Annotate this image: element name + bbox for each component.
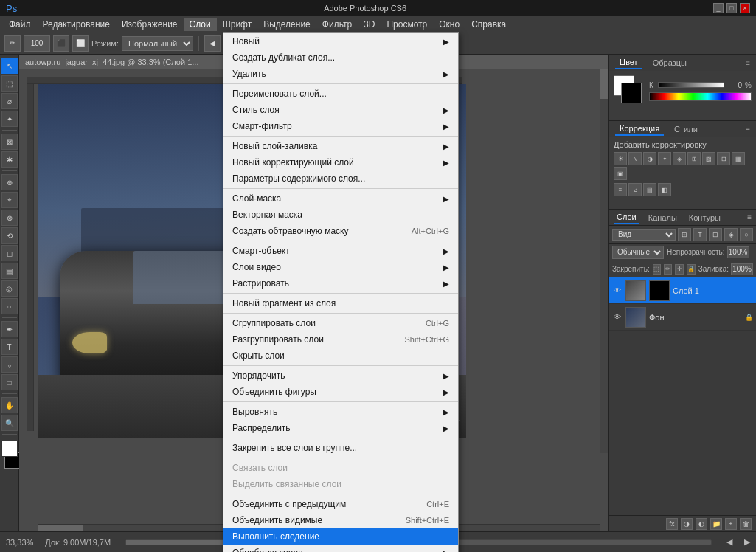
menu-clipping-mask-shortcut: Alt+Ctrl+G bbox=[412, 227, 449, 235]
menu-video-layers-label: Слои видео bbox=[232, 262, 281, 272]
menu-merge-down-shortcut: Ctrl+E bbox=[426, 500, 449, 508]
sep-6 bbox=[223, 313, 458, 314]
menu-duplicate[interactable]: Создать дубликат слоя... bbox=[223, 49, 458, 66]
menu-link-layers-label: Связать слои bbox=[232, 463, 288, 473]
menu-lock-all-label: Закрепить все слои в группе... bbox=[232, 443, 357, 453]
menu-trim[interactable]: Обработка краев ▶ bbox=[223, 545, 458, 552]
menu-group-label: Сгруппировать слои bbox=[232, 318, 316, 328]
menu-smart-filter-arrow: ▶ bbox=[443, 123, 449, 131]
sep-11 bbox=[223, 494, 458, 494]
menu-link-layers[interactable]: Связать слои bbox=[223, 460, 458, 476]
menu-fill-layer-arrow: ▶ bbox=[443, 142, 449, 151]
menu-smart-filter[interactable]: Смарт-фильтр ▶ bbox=[223, 118, 458, 134]
menu-combine-shapes-arrow: ▶ bbox=[443, 388, 449, 396]
sep-4 bbox=[223, 241, 458, 241]
menu-flatten[interactable]: Выполнить следение bbox=[223, 528, 458, 545]
menu-lock-all[interactable]: Закрепить все слои в группе... bbox=[223, 440, 458, 456]
menu-new-slice-label: Новый фрагмент из слоя bbox=[232, 298, 336, 308]
menu-new-slice[interactable]: Новый фрагмент из слоя bbox=[223, 295, 458, 311]
menu-hide-layers-label: Скрыть слои bbox=[232, 351, 285, 361]
menu-clipping-mask[interactable]: Создать обтравочную маску Alt+Ctrl+G bbox=[223, 223, 458, 239]
menu-adjustment-layer[interactable]: Новый корректирующий слой ▶ bbox=[223, 154, 458, 170]
menu-merge-visible-label: Объединить видимые bbox=[232, 515, 322, 525]
menu-merge-down-label: Объединить с предыдущим bbox=[232, 499, 346, 509]
menu-delete-arrow: ▶ bbox=[443, 70, 449, 78]
sep-7 bbox=[223, 365, 458, 366]
menu-distribute-arrow: ▶ bbox=[443, 424, 449, 432]
menu-rasterize-arrow: ▶ bbox=[443, 280, 449, 288]
menu-group[interactable]: Сгруппировать слои Ctrl+G bbox=[223, 315, 458, 331]
menu-arrange-label: Упорядочить bbox=[232, 370, 285, 381]
menu-distribute-label: Распределить bbox=[232, 423, 291, 433]
menu-rasterize[interactable]: Растрировать ▶ bbox=[223, 275, 458, 291]
sep-8 bbox=[223, 401, 458, 402]
sep-9 bbox=[223, 438, 458, 438]
menu-fill-layer[interactable]: Новый слой-заливка ▶ bbox=[223, 138, 458, 154]
menu-smart-object-arrow: ▶ bbox=[443, 247, 449, 255]
menu-layer-style-label: Стиль слоя bbox=[232, 105, 280, 115]
menu-layer-mask-label: Слой-маска bbox=[232, 193, 281, 204]
menu-distribute[interactable]: Распределить ▶ bbox=[223, 420, 458, 436]
menu-align[interactable]: Выровнять ▶ bbox=[223, 404, 458, 420]
menu-combine-shapes[interactable]: Объединить фигуры ▶ bbox=[223, 384, 458, 400]
menu-hide-layers[interactable]: Скрыть слои bbox=[223, 348, 458, 364]
menu-delete-label: Удалить bbox=[232, 69, 266, 79]
dropdown-overlay[interactable]: Новый ▶ Создать дубликат слоя... Удалить… bbox=[0, 0, 756, 552]
menu-video-layers-arrow: ▶ bbox=[443, 263, 449, 272]
menu-arrange[interactable]: Упорядочить ▶ bbox=[223, 368, 458, 384]
menu-vector-mask-label: Векторная маска bbox=[232, 210, 302, 220]
menu-clipping-mask-label: Создать обтравочную маску bbox=[232, 226, 349, 236]
menu-combine-shapes-label: Объединить фигуры bbox=[232, 387, 316, 397]
menu-trim-label: Обработка краев bbox=[232, 548, 303, 552]
menu-smart-object[interactable]: Смарт-объект ▶ bbox=[223, 243, 458, 259]
menu-align-arrow: ▶ bbox=[443, 408, 449, 416]
menu-rasterize-label: Растрировать bbox=[232, 278, 289, 289]
menu-duplicate-label: Создать дубликат слоя... bbox=[232, 52, 335, 63]
menu-layer-style-arrow: ▶ bbox=[443, 106, 449, 114]
sep-1 bbox=[223, 83, 458, 84]
menu-layer-content-label: Параметры содержимого слоя... bbox=[232, 173, 365, 184]
layers-dropdown-menu: Новый ▶ Создать дубликат слоя... Удалить… bbox=[223, 32, 459, 552]
menu-adjustment-layer-label: Новый корректирующий слой bbox=[232, 157, 354, 168]
menu-new-arrow: ▶ bbox=[443, 38, 449, 46]
menu-smart-filter-label: Смарт-фильтр bbox=[232, 121, 292, 131]
menu-new-label: Новый bbox=[232, 36, 260, 46]
menu-merge-visible-shortcut: Shift+Ctrl+E bbox=[406, 516, 449, 525]
menu-ungroup-label: Разгруппировать слои bbox=[232, 334, 324, 345]
sep-5 bbox=[223, 293, 458, 294]
menu-merge-visible[interactable]: Объединить видимые Shift+Ctrl+E bbox=[223, 512, 458, 528]
menu-adj-arrow: ▶ bbox=[443, 159, 449, 167]
menu-layer-style[interactable]: Стиль слоя ▶ bbox=[223, 102, 458, 118]
menu-new[interactable]: Новый ▶ bbox=[223, 33, 458, 49]
menu-trim-arrow: ▶ bbox=[443, 549, 449, 553]
menu-delete[interactable]: Удалить ▶ bbox=[223, 66, 458, 82]
menu-group-shortcut: Ctrl+G bbox=[426, 319, 449, 328]
sep-2 bbox=[223, 136, 458, 137]
menu-video-layers[interactable]: Слои видео ▶ bbox=[223, 259, 458, 275]
menu-select-linked-label: Выделить связанные слои bbox=[232, 479, 341, 489]
menu-align-label: Выровнять bbox=[232, 407, 277, 417]
menu-fill-layer-label: Новый слой-заливка bbox=[232, 141, 317, 151]
menu-merge-down[interactable]: Объединить с предыдущим Ctrl+E bbox=[223, 496, 458, 512]
menu-arrange-arrow: ▶ bbox=[443, 372, 449, 380]
menu-rename[interactable]: Переименовать слой... bbox=[223, 86, 458, 102]
menu-layer-content-options[interactable]: Параметры содержимого слоя... bbox=[223, 170, 458, 187]
menu-layer-mask-arrow: ▶ bbox=[443, 195, 449, 203]
menu-rename-label: Переименовать слой... bbox=[232, 89, 327, 99]
menu-layer-mask[interactable]: Слой-маска ▶ bbox=[223, 190, 458, 207]
sep-3 bbox=[223, 188, 458, 189]
menu-select-linked[interactable]: Выделить связанные слои bbox=[223, 476, 458, 492]
menu-smart-object-label: Смарт-объект bbox=[232, 246, 290, 256]
sep-10 bbox=[223, 458, 458, 458]
menu-ungroup-shortcut: Shift+Ctrl+G bbox=[404, 335, 449, 344]
menu-flatten-label: Выполнить следение bbox=[232, 531, 319, 542]
menu-ungroup[interactable]: Разгруппировать слои Shift+Ctrl+G bbox=[223, 331, 458, 348]
menu-vector-mask[interactable]: Векторная маска bbox=[223, 207, 458, 223]
